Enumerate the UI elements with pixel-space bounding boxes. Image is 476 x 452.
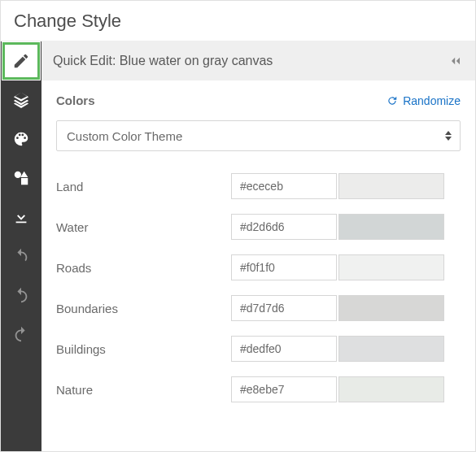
toolbar-shapes[interactable] — [2, 159, 41, 198]
download-icon — [12, 208, 30, 226]
colors-section-label: Colors — [56, 93, 386, 107]
color-hex-input[interactable]: #d7d7d6 — [231, 295, 337, 321]
color-name: Nature — [56, 383, 231, 397]
theme-select[interactable]: Custom Color Theme — [56, 120, 461, 151]
shapes-icon — [12, 169, 30, 187]
color-hex-input[interactable]: #f0f1f0 — [231, 254, 337, 280]
color-swatch[interactable] — [338, 173, 444, 199]
color-name: Land — [56, 180, 231, 193]
color-name: Water — [56, 220, 231, 234]
undo-icon — [12, 286, 30, 304]
color-swatch[interactable] — [338, 254, 444, 280]
color-swatch[interactable] — [338, 295, 444, 321]
layers-icon — [12, 91, 30, 109]
color-hex-input[interactable]: #d2d6d6 — [231, 214, 337, 240]
color-row-nature: Nature#e8ebe7 — [41, 369, 475, 410]
toolbar-download[interactable] — [2, 198, 41, 237]
color-row-buildings: Buildings#dedfe0 — [41, 328, 475, 369]
color-hex-input[interactable]: #dedfe0 — [231, 336, 337, 362]
vertical-toolbar — [1, 41, 41, 451]
randomize-label: Randomize — [403, 94, 461, 107]
randomize-button[interactable]: Randomize — [386, 94, 461, 107]
quick-edit-bar: Quick Edit: Blue water on gray canvas — [41, 41, 475, 80]
toolbar-redo[interactable] — [2, 315, 41, 354]
pencil-icon — [12, 52, 30, 70]
toolbar-undo[interactable] — [2, 276, 41, 315]
color-hex-input[interactable]: #e8ebe7 — [231, 376, 337, 402]
color-row-roads: Roads#f0f1f0 — [41, 247, 475, 288]
palette-icon — [12, 130, 30, 148]
select-caret-icon — [445, 131, 452, 141]
toolbar-edit[interactable] — [2, 41, 41, 80]
color-swatch[interactable] — [338, 214, 444, 240]
color-swatch[interactable] — [338, 336, 444, 362]
color-row-boundaries: Boundaries#d7d7d6 — [41, 288, 475, 328]
redo-icon — [12, 325, 30, 343]
color-name: Buildings — [56, 342, 231, 356]
page-title: Change Style — [1, 1, 475, 41]
collapse-button[interactable] — [448, 53, 464, 69]
toolbar-reset[interactable] — [2, 237, 41, 276]
theme-select-value: Custom Color Theme — [67, 129, 182, 143]
color-row-water: Water#d2d6d6 — [41, 206, 475, 247]
reset-icon — [12, 247, 30, 265]
color-name: Roads — [56, 261, 231, 275]
quick-edit-title: Quick Edit: Blue water on gray canvas — [53, 54, 443, 68]
toolbar-palette[interactable] — [2, 120, 41, 159]
color-swatch[interactable] — [338, 376, 444, 402]
color-hex-input[interactable]: #ececeb — [231, 173, 337, 199]
toolbar-layers[interactable] — [2, 80, 41, 120]
color-name: Boundaries — [56, 302, 231, 315]
refresh-icon — [386, 95, 398, 106]
color-row-land: Land#ececeb — [41, 166, 475, 206]
